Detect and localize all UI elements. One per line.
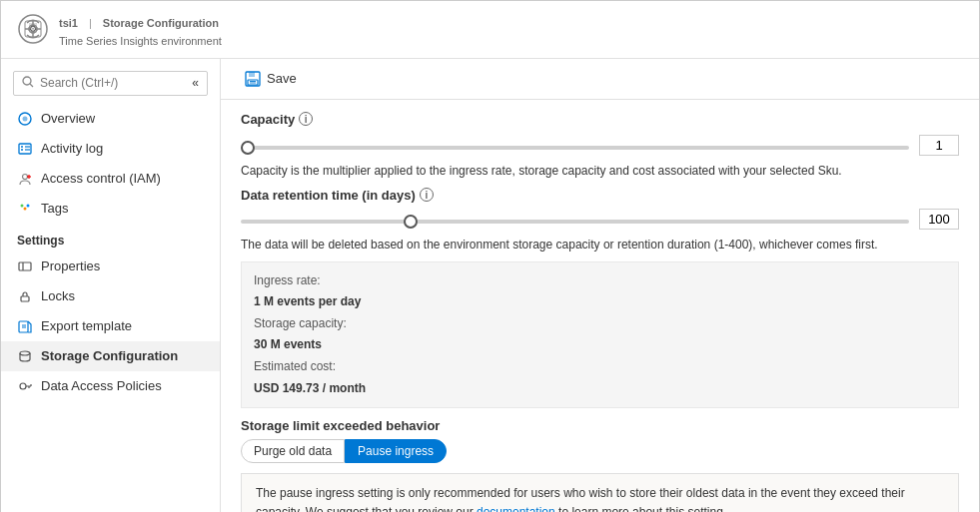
sidebar-item-export-template[interactable]: Export template bbox=[1, 311, 220, 341]
retention-label-text: Data retention time (in days) bbox=[241, 188, 416, 203]
sidebar-item-overview[interactable]: Overview bbox=[1, 104, 220, 134]
activity-icon bbox=[17, 141, 33, 157]
overview-label: Overview bbox=[41, 111, 95, 126]
sidebar: « Overview bbox=[1, 59, 221, 512]
sidebar-item-tags[interactable]: Tags bbox=[1, 194, 220, 224]
search-icon bbox=[22, 76, 34, 91]
ingress-rate-label: Ingress rate: bbox=[254, 273, 321, 287]
storage-capacity-row: Storage capacity: bbox=[254, 313, 946, 335]
collapse-button[interactable]: « bbox=[192, 76, 199, 90]
capacity-label: Capacity bbox=[241, 112, 295, 127]
ingress-rate-value: 1 M events per day bbox=[254, 294, 361, 308]
svg-text:⚙: ⚙ bbox=[29, 24, 37, 34]
capacity-slider-row: 1 bbox=[241, 135, 959, 156]
pause-ingress-button[interactable]: Pause ingress bbox=[345, 439, 447, 463]
svg-rect-30 bbox=[249, 72, 255, 77]
storage-icon bbox=[17, 348, 33, 364]
svg-rect-23 bbox=[21, 296, 29, 301]
retention-info-icon[interactable]: i bbox=[420, 188, 434, 202]
capacity-info-icon[interactable]: i bbox=[299, 112, 313, 126]
storage-limit-label: Storage limit exceeded behavior bbox=[241, 418, 959, 433]
info-box: The pause ingress setting is only recomm… bbox=[241, 473, 959, 512]
svg-point-28 bbox=[20, 383, 26, 389]
retention-value: 100 bbox=[919, 209, 959, 230]
retention-slider[interactable] bbox=[241, 220, 909, 224]
info-text-end: to learn more about this setting. bbox=[555, 505, 726, 512]
page-title: tsi1 | Storage Configuration bbox=[59, 11, 222, 33]
documentation-link[interactable]: documentation bbox=[477, 505, 555, 512]
capacity-slider-container bbox=[241, 138, 909, 153]
storage-configuration-label: Storage Configuration bbox=[41, 348, 178, 363]
svg-point-19 bbox=[24, 207, 27, 210]
purge-old-data-button[interactable]: Purge old data bbox=[241, 439, 345, 463]
estimated-cost-value-row: USD 149.73 / month bbox=[254, 378, 946, 400]
svg-point-11 bbox=[21, 146, 23, 148]
retention-label: Data retention time (in days) i bbox=[241, 188, 959, 203]
form-section: Capacity i 1 Capacity is the multiplier … bbox=[221, 100, 979, 512]
access-control-label: Access control (IAM) bbox=[41, 171, 161, 186]
estimated-cost-label: Estimated cost: bbox=[254, 359, 336, 373]
subtitle: Time Series Insights environment bbox=[59, 35, 222, 47]
retention-slider-row: 100 bbox=[241, 209, 959, 230]
storage-limit-toggle-group: Purge old data Pause ingress bbox=[241, 439, 959, 463]
activity-log-label: Activity log bbox=[41, 141, 103, 156]
storage-capacity-label: Storage capacity: bbox=[254, 316, 347, 330]
retention-desc: The data will be deleted based on the en… bbox=[241, 236, 959, 254]
storage-capacity-value: 30 M events bbox=[254, 337, 322, 351]
svg-point-20 bbox=[27, 204, 30, 207]
svg-rect-31 bbox=[248, 80, 258, 85]
locks-icon bbox=[17, 288, 33, 304]
svg-rect-10 bbox=[19, 144, 31, 154]
title-text-group: tsi1 | Storage Configuration Time Series… bbox=[59, 11, 222, 48]
config-title: Storage Configuration bbox=[103, 17, 219, 29]
overview-icon bbox=[17, 111, 33, 127]
search-input[interactable] bbox=[40, 76, 192, 90]
storage-capacity-value-row: 30 M events bbox=[254, 334, 946, 356]
toolbar: Save bbox=[221, 59, 979, 100]
svg-point-12 bbox=[21, 149, 23, 151]
svg-line-7 bbox=[30, 84, 33, 87]
resource-name: tsi1 bbox=[59, 17, 78, 29]
ingress-rate-row: Ingress rate: bbox=[254, 270, 946, 292]
svg-point-6 bbox=[23, 77, 31, 85]
svg-point-15 bbox=[23, 174, 28, 179]
estimated-cost-row: Estimated cost: bbox=[254, 356, 946, 378]
ingress-rate-value-row: 1 M events per day bbox=[254, 291, 946, 313]
sidebar-item-properties[interactable]: Properties bbox=[1, 252, 220, 281]
settings-section-label: Settings bbox=[1, 224, 220, 252]
content-area: Save Capacity i 1 Capacity is the multip… bbox=[221, 59, 979, 512]
app-window: ⚙ tsi1 | Storage Configuration Time Seri… bbox=[0, 0, 980, 512]
sidebar-item-storage-configuration[interactable]: Storage Configuration bbox=[1, 341, 220, 371]
capacity-slider[interactable] bbox=[241, 146, 909, 150]
capacity-header: Capacity i bbox=[241, 112, 959, 127]
estimated-cost-value: USD 149.73 / month bbox=[254, 381, 366, 395]
save-button[interactable]: Save bbox=[237, 67, 305, 91]
resource-icon: ⚙ bbox=[17, 13, 49, 45]
svg-rect-21 bbox=[19, 262, 31, 270]
retention-slider-container bbox=[241, 212, 909, 227]
svg-point-18 bbox=[21, 204, 24, 207]
tags-label: Tags bbox=[41, 201, 68, 216]
main-layout: « Overview bbox=[1, 59, 979, 512]
capacity-value: 1 bbox=[919, 135, 959, 156]
properties-icon bbox=[17, 258, 33, 274]
sidebar-item-locks[interactable]: Locks bbox=[1, 281, 220, 311]
svg-point-9 bbox=[23, 116, 28, 121]
title-bar: ⚙ tsi1 | Storage Configuration Time Seri… bbox=[1, 1, 979, 59]
capacity-desc: Capacity is the multiplier applied to th… bbox=[241, 162, 959, 180]
export-icon bbox=[17, 318, 33, 334]
locks-label: Locks bbox=[41, 288, 75, 303]
stats-box: Ingress rate: 1 M events per day Storage… bbox=[241, 261, 959, 409]
svg-point-27 bbox=[20, 351, 30, 355]
save-icon bbox=[245, 71, 261, 87]
sidebar-item-access-control[interactable]: Access control (IAM) bbox=[1, 164, 220, 194]
title-separator: | bbox=[89, 17, 92, 29]
sidebar-item-activity-log[interactable]: Activity log bbox=[1, 134, 220, 164]
properties-label: Properties bbox=[41, 258, 100, 273]
key-icon bbox=[17, 378, 33, 394]
search-box[interactable]: « bbox=[13, 71, 208, 96]
export-template-label: Export template bbox=[41, 318, 132, 333]
access-icon bbox=[17, 171, 33, 187]
tags-icon bbox=[17, 201, 33, 217]
sidebar-item-data-access-policies[interactable]: Data Access Policies bbox=[1, 371, 220, 401]
